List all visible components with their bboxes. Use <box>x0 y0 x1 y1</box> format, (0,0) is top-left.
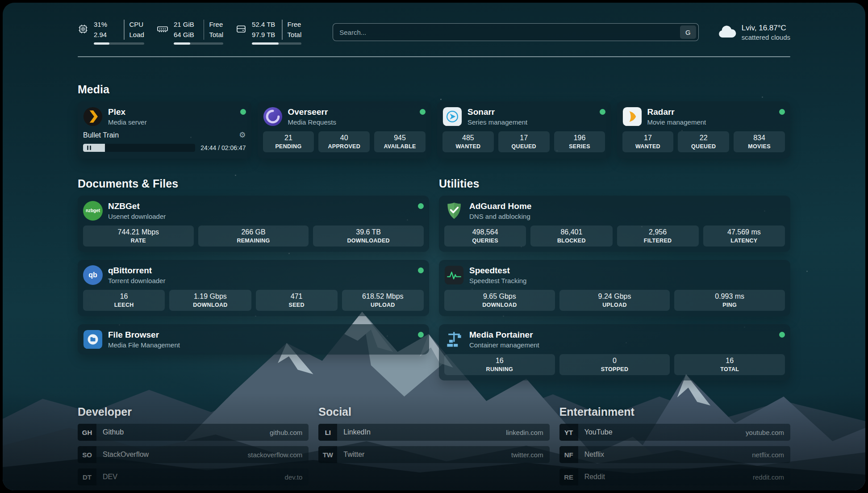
topbar-divider <box>78 56 790 57</box>
stat-box: 196SERIES <box>554 131 605 152</box>
youtube-icon: YT <box>559 424 578 441</box>
stat-label: SERIES <box>556 143 604 150</box>
cpu-load-value: 2.94 <box>94 30 119 40</box>
app-card-overseerr[interactable]: Overseerr Media Requests 21PENDING 40APP… <box>258 101 431 159</box>
app-subtitle: Media Requests <box>288 118 415 126</box>
stat-label: MOVIES <box>735 143 783 150</box>
search-input[interactable] <box>339 29 680 36</box>
pause-icon[interactable] <box>87 146 91 150</box>
search-bar: G <box>333 23 699 41</box>
stat-value: 9.24 Gbps <box>561 292 668 301</box>
stat-value: 834 <box>735 134 783 142</box>
disk-metric: 52.4 TB 97.9 TB Free Total <box>236 20 301 45</box>
stat-label: APPROVED <box>320 143 368 150</box>
status-dot <box>418 203 424 209</box>
stat-value: 945 <box>376 134 424 142</box>
plex-icon <box>83 107 103 126</box>
seek-bar[interactable] <box>83 144 195 152</box>
app-card-radarr[interactable]: Radarr Movie management 17WANTED 22QUEUE… <box>617 101 791 159</box>
app-title: Radarr <box>647 107 774 117</box>
stat-box: 0.993 msPING <box>674 290 785 311</box>
stat-box: 9.65 GbpsDOWNLOAD <box>444 290 555 311</box>
app-subtitle: Torrent downloader <box>108 277 413 284</box>
bookmark-row-stackoverflow[interactable]: SO StackOverflow stackoverflow.com <box>78 446 309 463</box>
stat-label: UPLOAD <box>561 302 668 308</box>
ram-label-bottom: Total <box>209 30 223 40</box>
stat-value: 0 <box>561 357 668 365</box>
stat-label: SEED <box>258 302 336 308</box>
stat-label: DOWNLOAD <box>446 302 553 308</box>
app-card-nzbget[interactable]: nzbget NZBGet Usenet downloader 744.21 M… <box>78 196 429 252</box>
section-documents: Documents & Files nzbget NZBGet Usenet d… <box>78 177 429 380</box>
stat-box: 22QUEUED <box>678 131 729 152</box>
dashboard-root: 31% 2.94 CPU Load <box>3 3 865 490</box>
app-title: Plex <box>108 107 235 117</box>
stat-value: 2,956 <box>619 228 697 236</box>
stat-label: QUERIES <box>446 238 524 244</box>
now-playing-title: Bullet Train <box>83 131 119 139</box>
app-card-speedtest[interactable]: Speedtest Speedtest Tracking 9.65 GbpsDO… <box>439 260 790 316</box>
filebrowser-icon <box>83 330 103 349</box>
status-dot <box>600 109 605 115</box>
bookmark-row-netflix[interactable]: NF Netflix netflix.com <box>559 446 790 463</box>
stat-box: 16TOTAL <box>674 354 785 375</box>
search-engine-button[interactable]: G <box>680 25 696 39</box>
plex-now-playing: Bullet Train ⚙ 24:44 / 02:06:47 <box>83 130 246 152</box>
disk-icon <box>236 24 246 34</box>
bookmark-name: Github <box>103 428 124 436</box>
app-title: Overseerr <box>288 107 415 117</box>
stat-value: 9.65 Gbps <box>446 292 553 301</box>
bookmark-row-dev[interactable]: DT DEV dev.to <box>78 468 309 485</box>
stat-box: 2,956FILTERED <box>617 226 699 246</box>
cpu-progress-bar <box>94 42 144 45</box>
stat-label: PING <box>676 302 783 308</box>
bookmark-row-youtube[interactable]: YT YouTube youtube.com <box>559 424 790 441</box>
app-subtitle: Container management <box>469 341 774 349</box>
seek-fill <box>83 144 105 152</box>
bookmark-name: StackOverflow <box>103 451 149 459</box>
linkedin-icon: LI <box>318 424 337 441</box>
metric-separator <box>124 20 125 40</box>
section-title-social: Social <box>318 405 549 418</box>
cpu-icon <box>78 24 88 34</box>
bookmark-row-reddit[interactable]: RE Reddit reddit.com <box>559 468 790 485</box>
radarr-icon <box>622 107 642 126</box>
app-card-qbittorrent[interactable]: qb qBittorrent Torrent downloader 16LEEC… <box>78 260 429 316</box>
app-card-adguard[interactable]: AdGuard Home DNS and adblocking 498,564Q… <box>439 196 790 252</box>
bookmark-row-twitter[interactable]: TW Twitter twitter.com <box>318 446 549 463</box>
stat-box: 16LEECH <box>83 290 165 311</box>
cloud-icon <box>718 25 736 39</box>
gear-icon[interactable]: ⚙ <box>239 130 246 140</box>
adguard-icon <box>444 201 464 221</box>
bookmark-row-github[interactable]: GH Github github.com <box>78 424 309 441</box>
weather-location: Lviv, 16.87°C <box>742 24 790 33</box>
stat-box: 485WANTED <box>442 131 494 152</box>
bookmark-url: twitter.com <box>511 451 543 459</box>
ram-progress-bar <box>174 42 223 45</box>
bookmark-row-linkedin[interactable]: LI LinkedIn linkedin.com <box>318 424 549 441</box>
app-card-sonarr[interactable]: Sonarr Series management 485WANTED 17QUE… <box>437 101 611 159</box>
cpu-metric: 31% 2.94 CPU Load <box>78 20 144 45</box>
stat-box: 47.569 msLATENCY <box>703 226 785 246</box>
weather-widget[interactable]: Lviv, 16.87°C scattered clouds <box>718 24 790 41</box>
stat-label: QUEUED <box>680 143 727 150</box>
app-card-portainer[interactable]: Media Portainer Container management 16R… <box>439 324 790 380</box>
twitter-icon: TW <box>318 446 337 463</box>
bookmark-name: LinkedIn <box>343 428 371 436</box>
disk-total-value: 97.9 TB <box>252 30 277 40</box>
status-dot <box>240 109 246 115</box>
app-title: Speedtest <box>469 266 785 276</box>
status-dot <box>418 267 424 273</box>
overseerr-icon <box>263 107 283 126</box>
stat-label: WANTED <box>444 143 492 150</box>
stat-label: FILTERED <box>619 238 697 244</box>
stat-box: 498,564QUERIES <box>444 226 526 246</box>
stat-box: 1.19 GbpsDOWNLOAD <box>169 290 251 311</box>
stat-label: LEECH <box>85 302 163 308</box>
app-subtitle: Series management <box>467 118 594 126</box>
app-card-filebrowser[interactable]: File Browser Media File Management <box>78 324 429 355</box>
app-card-plex[interactable]: Plex Media server Bullet Train ⚙ <box>78 101 251 159</box>
bookmark-name: Reddit <box>584 473 605 481</box>
stat-label: DOWNLOADED <box>315 238 422 244</box>
disk-progress-bar <box>252 42 301 45</box>
